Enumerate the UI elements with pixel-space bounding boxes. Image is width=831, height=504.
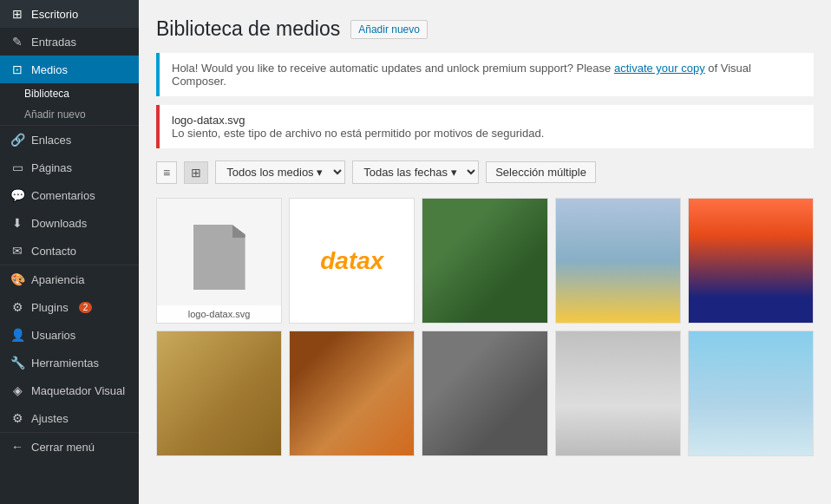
mail-icon: ✉ xyxy=(10,244,24,258)
list-view-button[interactable]: ≡ xyxy=(156,161,177,184)
anadir-label: Añadir nuevo xyxy=(24,108,86,121)
sidebar-item-paginas[interactable]: ▭ Páginas xyxy=(0,154,139,181)
users-icon: 👤 xyxy=(10,328,24,342)
error-message: Lo siento, este tipo de archivo no está … xyxy=(172,127,802,140)
sidebar-item-cerrar[interactable]: ← Cerrar menú xyxy=(0,432,139,461)
visual-composer-icon: ◈ xyxy=(10,383,24,397)
notice-info-text-before: Hola! Would you like to receive automati… xyxy=(172,62,614,75)
main-content: Biblioteca de medios Añadir nuevo Hola! … xyxy=(139,0,831,504)
media-grid: logo-datax.svg datax xyxy=(156,198,814,456)
link-icon: 🔗 xyxy=(10,133,24,147)
sidebar-label-escritorio: Escritorio xyxy=(31,8,78,21)
edit-icon: ✎ xyxy=(10,35,24,49)
sidebar-item-usuarios[interactable]: 👤 Usuarios xyxy=(0,321,139,349)
sidebar-item-contacto[interactable]: ✉ Contacto xyxy=(0,237,139,265)
notice-info: Hola! Would you like to receive automati… xyxy=(156,53,814,96)
sidebar-item-apariencia[interactable]: 🎨 Apariencia xyxy=(0,265,139,293)
sidebar-label-plugins: Plugins xyxy=(31,301,69,314)
sidebar-label-ajustes: Ajustes xyxy=(31,412,69,425)
datax-logo-preview: datax xyxy=(290,199,414,323)
sidebar-sub-biblioteca[interactable]: Biblioteca xyxy=(0,83,139,104)
filter-media-select[interactable]: Todos los medios ▾ xyxy=(215,160,345,184)
activate-copy-link[interactable]: activate your copy xyxy=(614,62,705,75)
settings-icon: ⚙ xyxy=(10,411,24,425)
biblioteca-label: Biblioteca xyxy=(24,88,69,100)
filter-date-select[interactable]: Todas las fechas ▾ xyxy=(352,160,479,184)
media-item-warehouse[interactable] xyxy=(289,331,415,456)
close-menu-icon: ← xyxy=(10,440,24,454)
download-icon: ⬇ xyxy=(10,216,24,230)
comments-icon: 💬 xyxy=(10,188,24,202)
sidebar-item-herramientas[interactable]: 🔧 Herramientas xyxy=(0,349,139,376)
sidebar-item-enlaces[interactable]: 🔗 Enlaces xyxy=(0,125,139,154)
sidebar-item-downloads[interactable]: ⬇ Downloads xyxy=(0,209,139,237)
file-icon xyxy=(193,225,245,290)
plugin-icon: ⚙ xyxy=(10,300,24,314)
media-icon: ⊡ xyxy=(10,62,24,76)
media-item-truck[interactable] xyxy=(422,198,547,324)
sidebar-label-entradas: Entradas xyxy=(31,36,76,49)
media-item-datax[interactable]: datax xyxy=(289,198,415,324)
sidebar-item-ajustes[interactable]: ⚙ Ajustes xyxy=(0,404,139,432)
sidebar-label-usuarios: Usuarios xyxy=(31,329,75,342)
sidebar: ⊞ Escritorio ✎ Entradas ⊡ Medios Bibliot… xyxy=(0,0,139,504)
appearance-icon: 🎨 xyxy=(10,272,24,286)
media-item-sky[interactable] xyxy=(555,198,681,324)
multiple-select-button[interactable]: Selección múltiple xyxy=(486,161,596,183)
grid-view-button[interactable]: ⊞ xyxy=(184,161,208,184)
media-item-label-svg: logo-datax.svg xyxy=(157,305,281,323)
sidebar-label-paginas: Páginas xyxy=(31,161,72,174)
sidebar-item-medios[interactable]: ⊡ Medios xyxy=(0,56,139,83)
sidebar-label-herramientas: Herramientas xyxy=(31,357,99,370)
sidebar-label-contacto: Contacto xyxy=(31,245,76,258)
add-new-button[interactable]: Añadir nuevo xyxy=(350,20,428,39)
notice-error: logo-datax.svg Lo siento, este tipo de a… xyxy=(156,105,814,148)
sidebar-item-plugins[interactable]: ⚙ Plugins 2 xyxy=(0,293,139,321)
error-filename: logo-datax.svg xyxy=(172,114,802,127)
pages-icon: ▭ xyxy=(10,160,24,174)
page-header: Biblioteca de medios Añadir nuevo xyxy=(156,17,814,41)
media-toolbar: ≡ ⊞ Todos los medios ▾ Todas las fechas … xyxy=(156,160,814,184)
media-item-covered[interactable] xyxy=(422,331,547,456)
sidebar-item-entradas[interactable]: ✎ Entradas xyxy=(0,28,139,56)
sidebar-label-enlaces: Enlaces xyxy=(31,134,71,147)
sidebar-label-cerrar: Cerrar menú xyxy=(31,441,95,454)
sidebar-label-medios: Medios xyxy=(31,63,68,76)
sidebar-label-apariencia: Apariencia xyxy=(31,273,84,286)
home-icon: ⊞ xyxy=(10,7,24,21)
media-item-boxes[interactable] xyxy=(156,331,282,456)
tools-icon: 🔧 xyxy=(10,356,24,370)
sidebar-item-maquetador[interactable]: ◈ Maquetador Visual xyxy=(0,376,139,404)
svg-file-preview xyxy=(157,199,281,323)
sidebar-label-comentarios: Comentarios xyxy=(31,189,95,202)
media-item-night[interactable] xyxy=(688,198,814,324)
sidebar-label-maquetador: Maquetador Visual xyxy=(31,384,125,397)
media-item-svg[interactable]: logo-datax.svg xyxy=(156,198,282,324)
sidebar-label-downloads: Downloads xyxy=(31,217,87,230)
sidebar-sub-anadir[interactable]: Añadir nuevo xyxy=(0,104,139,125)
media-item-garage[interactable] xyxy=(555,331,681,456)
media-item-flag[interactable] xyxy=(688,331,814,456)
sidebar-item-escritorio[interactable]: ⊞ Escritorio xyxy=(0,0,139,28)
plugins-badge: 2 xyxy=(79,302,93,313)
sidebar-item-comentarios[interactable]: 💬 Comentarios xyxy=(0,181,139,209)
datax-logo-text: datax xyxy=(320,247,383,275)
page-title: Biblioteca de medios xyxy=(156,17,340,41)
